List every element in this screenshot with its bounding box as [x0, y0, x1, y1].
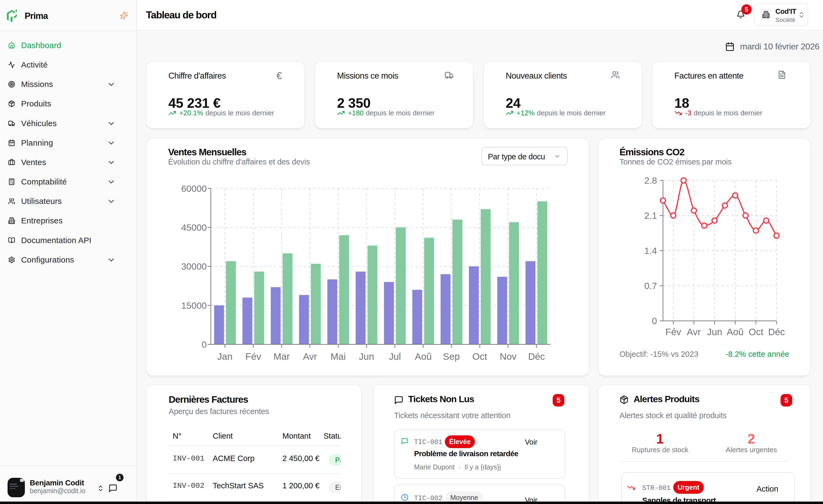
svg-text:15000: 15000: [181, 300, 207, 311]
svg-text:Oct: Oct: [749, 326, 764, 337]
svg-text:Fév: Fév: [665, 326, 681, 337]
svg-text:1.4: 1.4: [644, 246, 657, 256]
svg-text:30000: 30000: [181, 261, 207, 271]
svg-text:Aoû: Aoû: [415, 351, 432, 362]
svg-text:Avr: Avr: [303, 351, 317, 362]
svg-text:2.8: 2.8: [644, 175, 657, 186]
svg-text:Déc: Déc: [528, 351, 545, 362]
svg-text:0.7: 0.7: [644, 281, 657, 291]
svg-text:Mar: Mar: [274, 351, 290, 362]
svg-text:Avr: Avr: [687, 326, 701, 337]
svg-text:0: 0: [202, 339, 207, 349]
svg-text:Mai: Mai: [331, 351, 346, 362]
svg-text:Jun: Jun: [359, 351, 374, 362]
svg-text:Aoû: Aoû: [727, 326, 744, 337]
svg-text:45000: 45000: [181, 222, 207, 233]
svg-text:Jul: Jul: [389, 351, 401, 362]
svg-text:Jun: Jun: [707, 326, 722, 337]
svg-text:Oct: Oct: [472, 351, 487, 362]
svg-text:Jan: Jan: [217, 351, 232, 362]
svg-text:0: 0: [652, 316, 657, 326]
svg-text:Déc: Déc: [768, 326, 785, 337]
svg-text:Sep: Sep: [443, 351, 460, 362]
svg-text:2.1: 2.1: [644, 210, 657, 221]
svg-text:Nov: Nov: [500, 351, 517, 362]
svg-text:60000: 60000: [181, 183, 207, 194]
svg-text:Fév: Fév: [245, 351, 261, 362]
